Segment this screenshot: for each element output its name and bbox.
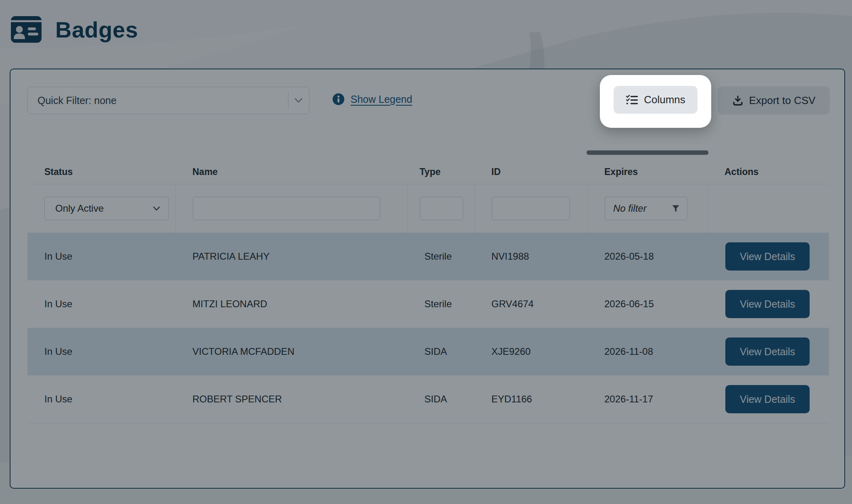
tutorial-dim-overlay [0,0,852,504]
columns-button-label: Columns [644,94,685,106]
badges-page: Badges Quick Filter: none Show Legend [0,0,852,504]
checklist-icon [626,94,638,106]
columns-button[interactable]: Columns [614,86,697,114]
